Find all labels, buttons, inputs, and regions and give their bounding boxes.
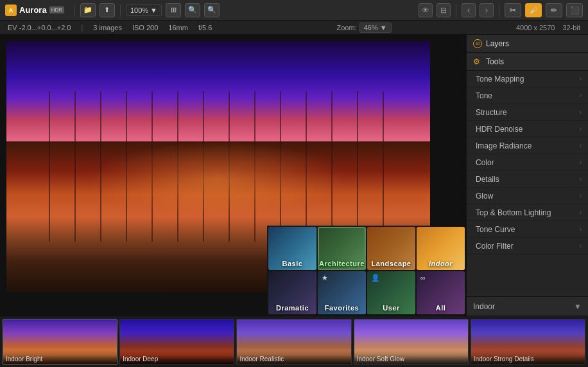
app-version: HDR (49, 6, 64, 13)
mode-export-button[interactable]: ⬛ (566, 3, 583, 17)
logo-icon: A (5, 4, 17, 16)
preset-panel: Basic Architecture Landscape Indoor Dram… (267, 226, 466, 316)
panel-item-glow[interactable]: Glow › (467, 188, 588, 204)
back-icon: 👁 (422, 6, 429, 15)
film-label-5: Indoor Strong Details (471, 350, 585, 364)
layers-icon: ⊙ (473, 39, 482, 48)
iso-info: ISO 200 (132, 24, 158, 31)
panel-item-tone-mapping[interactable]: Tone Mapping › (467, 71, 588, 87)
color-arrow: › (580, 159, 582, 166)
panel-item-structure[interactable]: Structure › (467, 104, 588, 121)
next-button[interactable]: › (480, 3, 494, 17)
preset-basic[interactable]: Basic (268, 227, 316, 270)
zoom-percent-label: 100% (130, 6, 148, 14)
hdr-denoise-label: HDR Denoise (476, 125, 523, 134)
preset-landscape[interactable]: Landscape (367, 227, 415, 270)
prev-button[interactable]: ‹ (462, 3, 476, 17)
panel-items-list: Tone Mapping › Tone › Structure › HDR De… (467, 71, 588, 296)
toolbar-right: 👁 ⊟ ‹ › ✂ 🖌 ✏ ⬛ (419, 3, 583, 17)
share-button[interactable]: ⬆ (99, 3, 115, 17)
panel-item-top-bottom-lighting[interactable]: Top & Bottom Lighting › (467, 204, 588, 221)
toolbar-separator-1 (74, 4, 75, 16)
image-radiance-label: Image Radiance (476, 141, 532, 150)
preset-indoor[interactable]: Indoor (417, 227, 465, 270)
panel-item-image-radiance[interactable]: Image Radiance › (467, 138, 588, 154)
preset-dramatic[interactable]: Dramatic (268, 271, 316, 314)
tone-mapping-label: Tone Mapping (476, 75, 524, 84)
film-item-indoor-realistic[interactable]: Indoor Realistic (236, 319, 351, 365)
zoom-in-button[interactable]: 🔍 (185, 3, 200, 17)
mode-brush-button[interactable]: ✏ (546, 3, 562, 17)
zoom-icon: ▼ (150, 6, 157, 14)
film-item-indoor-strong-details[interactable]: Indoor Strong Details (471, 319, 585, 365)
tools-title: Tools (486, 57, 504, 66)
hdr-denoise-arrow: › (580, 125, 582, 132)
panel-item-details[interactable]: Details › (467, 171, 588, 188)
filmstrip: Indoor Bright Indoor Deep Indoor Realist… (0, 316, 588, 367)
panel-item-tone[interactable]: Tone › (467, 87, 588, 104)
zoom-dropdown-icon: ▼ (380, 24, 387, 31)
preset-architecture-label: Architecture (318, 260, 366, 267)
right-panel: ⊙ Layers ⚙ Tools Tone Mapping › Tone › S… (466, 35, 588, 316)
image-glow-layer (91, 141, 345, 217)
color-filter-label: Color Filter (476, 242, 514, 251)
mode-paint-button[interactable]: 🖌 (525, 3, 542, 17)
panel-item-color[interactable]: Color › (467, 154, 588, 171)
ev-info: EV -2.0...+0.0...+2.0 (8, 24, 71, 31)
tone-curve-arrow: › (580, 226, 582, 233)
film-item-indoor-deep[interactable]: Indoor Deep (119, 319, 234, 365)
zoom-value-select[interactable]: 46% ▼ (359, 22, 392, 33)
color-filter-arrow: › (580, 242, 582, 249)
preset-dramatic-label: Dramatic (268, 304, 316, 312)
top-bottom-lighting-label: Top & Bottom Lighting (476, 208, 551, 217)
film-label-3: Indoor Realistic (237, 350, 350, 364)
preset-user[interactable]: 👤 User (367, 271, 415, 314)
zoom-out-button[interactable]: 🔍 (204, 3, 220, 17)
zoom-control: Zoom: 46% ▼ (337, 22, 392, 33)
film-label-2: Indoor Deep (120, 350, 234, 364)
aperture-info: f/5.6 (198, 24, 212, 31)
fit-button[interactable]: ⊞ (166, 3, 181, 17)
focal-info: 16mm (168, 24, 188, 31)
preset-all-label: All (417, 304, 465, 312)
resolution-info: 4000 x 2570 (516, 24, 555, 31)
toolbar-separator-3 (456, 4, 456, 16)
details-label: Details (476, 175, 499, 184)
nav-back-button[interactable]: 👁 (419, 3, 433, 17)
preset-user-label: User (367, 304, 415, 312)
main-toolbar: A Aurora HDR 📁 ⬆ 100% ▼ ⊞ 🔍 🔍 👁 ⊟ ‹ › ✂ … (0, 0, 588, 21)
image-radiance-arrow: › (580, 142, 582, 149)
film-item-indoor-soft-glow[interactable]: Indoor Soft Glow (354, 319, 469, 365)
panel-item-tone-curve[interactable]: Tone Curve › (467, 221, 588, 238)
glow-arrow: › (580, 192, 582, 199)
images-info: 3 images (93, 24, 122, 31)
film-label-1: Indoor Bright (3, 350, 117, 364)
user-icon: 👤 (371, 274, 380, 282)
preset-favorites[interactable]: ★ Favorites (318, 271, 366, 314)
zoom-label: Zoom: (337, 24, 357, 31)
preset-architecture[interactable]: Architecture (318, 227, 366, 270)
main-area: Basic Architecture Landscape Indoor Dram… (0, 35, 588, 316)
tone-label: Tone (476, 91, 492, 100)
preset-dropdown[interactable]: Indoor ▼ (467, 296, 588, 316)
tools-icon: ⚙ (473, 57, 482, 66)
panel-item-color-filter[interactable]: Color Filter › (467, 238, 588, 255)
zoom-100-button[interactable]: 100% ▼ (126, 4, 162, 16)
film-item-indoor-bright[interactable]: Indoor Bright (3, 319, 117, 365)
open-file-button[interactable]: 📁 (80, 3, 96, 17)
details-arrow: › (580, 175, 582, 183)
compare-button[interactable]: ⊟ (437, 3, 451, 17)
glow-label: Glow (476, 192, 493, 201)
preset-all[interactable]: ∞ All (417, 271, 465, 314)
tone-arrow: › (580, 92, 582, 99)
layers-header: ⊙ Layers (467, 35, 588, 53)
color-label: Color (476, 158, 494, 167)
canvas-area[interactable]: Basic Architecture Landscape Indoor Dram… (0, 35, 466, 316)
favorites-star-icon: ★ (322, 274, 328, 282)
bit-depth-info: 32-bit (562, 24, 580, 31)
mode-crop-button[interactable]: ✂ (505, 3, 521, 17)
layers-title: Layers (486, 39, 509, 48)
all-icon: ∞ (420, 274, 426, 282)
info-bar: EV -2.0...+0.0...+2.0 | 3 images ISO 200… (0, 21, 588, 35)
panel-item-hdr-denoise[interactable]: HDR Denoise › (467, 121, 588, 138)
